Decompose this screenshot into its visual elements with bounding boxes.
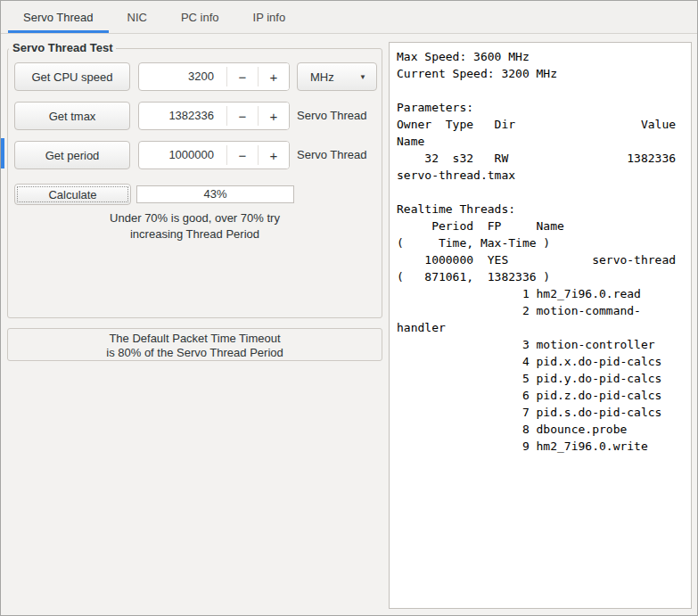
tab-nic[interactable]: NIC [111, 1, 164, 33]
tab-servo-thread[interactable]: Servo Thread [6, 1, 111, 33]
tmax-decrement-button[interactable]: − [227, 103, 258, 129]
period-increment-button[interactable]: + [259, 142, 289, 168]
left-accent-bar [1, 138, 4, 168]
get-period-button[interactable]: Get period [14, 141, 130, 169]
hint-text: Under 70% is good, over 70% try increasi… [8, 210, 382, 242]
tmax-value[interactable]: 1382336 [139, 103, 226, 129]
app-window: Servo Thread NIC PC info IP info Servo T… [0, 0, 698, 616]
tab-ip-info[interactable]: IP info [236, 1, 303, 33]
cpu-speed-row: Get CPU speed 3200 − + MHz ▼ [8, 62, 382, 91]
timeout-note-line1: The Default Packet Time Timeout [8, 332, 382, 346]
timeout-note-frame: The Default Packet Time Timeout is 80% o… [7, 328, 382, 361]
servo-thread-test-frame: Servo Thread Test Get CPU speed 3200 − +… [7, 48, 382, 318]
tmax-thread-label: Servo Thread [297, 102, 367, 130]
chevron-down-icon: ▼ [359, 73, 366, 81]
cpu-speed-increment-button[interactable]: + [259, 63, 289, 90]
frame-title: Servo Thread Test [9, 41, 116, 54]
tmax-row: Get tmax 1382336 − + Servo Thread [8, 102, 382, 130]
cpu-speed-spinbutton: 3200 − + [138, 62, 290, 91]
cpu-speed-decrement-button[interactable]: − [227, 63, 258, 90]
calculate-row: Calculate 43% [8, 184, 382, 206]
timeout-note-line2: is 80% of the Servo Thread Period [8, 346, 382, 360]
get-cpu-speed-button[interactable]: Get CPU speed [14, 62, 130, 91]
hint-line2: increasing Thread Period [8, 226, 382, 242]
tab-bar: Servo Thread NIC PC info IP info [1, 1, 697, 34]
period-decrement-button[interactable]: − [227, 142, 258, 168]
period-thread-label: Servo Thread [297, 141, 367, 169]
period-spinbutton: 1000000 − + [138, 141, 290, 169]
load-percentage-field: 43% [136, 185, 294, 203]
get-tmax-button[interactable]: Get tmax [14, 102, 130, 130]
unit-dropdown-value: MHz [310, 70, 334, 84]
calculate-button[interactable]: Calculate [14, 184, 131, 205]
cpu-speed-value[interactable]: 3200 [139, 63, 226, 90]
hal-output-panel[interactable]: Max Speed: 3600 MHz Current Speed: 3200 … [389, 42, 692, 609]
tab-pc-info[interactable]: PC info [164, 1, 236, 33]
tmax-increment-button[interactable]: + [259, 103, 289, 129]
hint-line1: Under 70% is good, over 70% try [8, 210, 382, 226]
tmax-spinbutton: 1382336 − + [138, 102, 290, 130]
period-row: Get period 1000000 − + Servo Thread [8, 141, 382, 169]
period-value[interactable]: 1000000 [139, 142, 226, 168]
unit-dropdown[interactable]: MHz ▼ [297, 62, 377, 91]
